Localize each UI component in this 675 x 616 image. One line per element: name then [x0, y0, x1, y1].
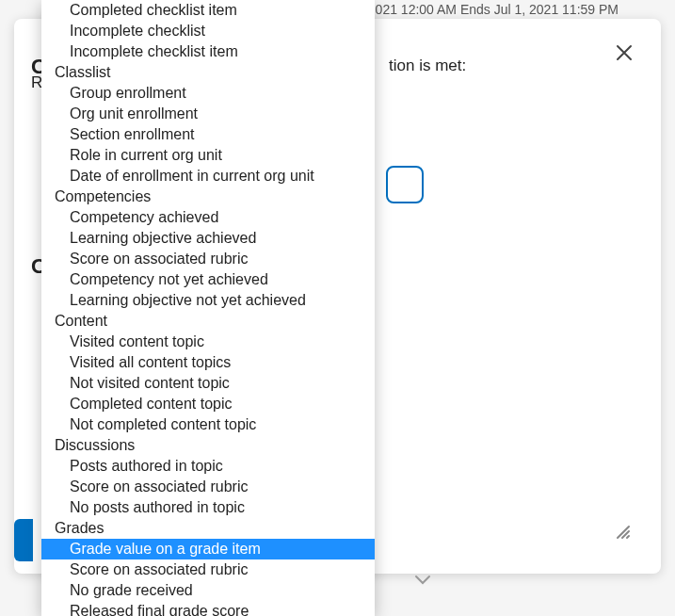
dropdown-item[interactable]: Learning objective achieved	[41, 228, 375, 249]
condition-type-dropdown[interactable]: Completed checklist itemIncomplete check…	[41, 0, 375, 616]
dropdown-item[interactable]: No posts authored in topic	[41, 497, 375, 518]
dropdown-item[interactable]: Learning objective not yet achieved	[41, 290, 375, 311]
resize-handle-icon[interactable]	[614, 521, 631, 545]
outlined-button-partial[interactable]	[386, 166, 424, 203]
close-button[interactable]	[616, 41, 638, 64]
chevron-down-icon[interactable]	[414, 575, 431, 586]
condition-text-tail: tion is met:	[389, 57, 466, 75]
dropdown-item[interactable]: Date of enrollment in current org unit	[41, 166, 375, 186]
dropdown-item[interactable]: Section enrollment	[41, 124, 375, 145]
dropdown-item[interactable]: Visited content topic	[41, 332, 375, 352]
dropdown-item[interactable]: No grade received	[41, 580, 375, 601]
dropdown-item[interactable]: Not completed content topic	[41, 414, 375, 435]
dropdown-item[interactable]: Incomplete checklist item	[41, 41, 375, 62]
dropdown-item[interactable]: Role in current org unit	[41, 145, 375, 166]
dropdown-item[interactable]: Competency not yet achieved	[41, 269, 375, 290]
dropdown-item[interactable]: Score on associated rubric	[41, 249, 375, 269]
dropdown-item[interactable]: Score on associated rubric	[41, 477, 375, 497]
dropdown-group-header: Content	[41, 311, 375, 332]
dropdown-item[interactable]: Org unit enrollment	[41, 104, 375, 124]
dropdown-item[interactable]: Not visited content topic	[41, 373, 375, 394]
dropdown-item[interactable]: Incomplete checklist	[41, 21, 375, 41]
dropdown-item[interactable]: Competency achieved	[41, 207, 375, 228]
dropdown-item[interactable]: Grade value on a grade item	[41, 539, 375, 559]
dropdown-item[interactable]: Completed checklist item	[41, 0, 375, 21]
date-range-text: 2021 12:00 AM Ends Jul 1, 2021 11:59 PM	[368, 0, 619, 17]
dropdown-group-header: Competencies	[41, 186, 375, 207]
dropdown-item[interactable]: Posts authored in topic	[41, 456, 375, 477]
primary-button-partial[interactable]	[14, 519, 33, 561]
dropdown-group-header: Grades	[41, 518, 375, 539]
dropdown-group-header: Classlist	[41, 62, 375, 83]
dropdown-item[interactable]: Visited all content topics	[41, 352, 375, 373]
dropdown-item[interactable]: Group enrollment	[41, 83, 375, 104]
dropdown-item[interactable]: Completed content topic	[41, 394, 375, 414]
dropdown-item[interactable]: Released final grade score	[41, 601, 375, 616]
close-icon	[616, 44, 633, 61]
dropdown-group-header: Discussions	[41, 435, 375, 456]
dropdown-item[interactable]: Score on associated rubric	[41, 559, 375, 580]
